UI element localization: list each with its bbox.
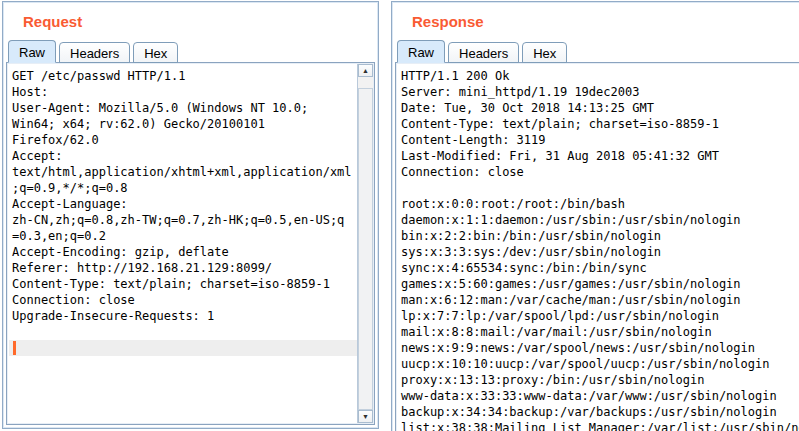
code-line: Firefox/62.0 <box>12 132 357 148</box>
response-tab-bar: Raw Headers Hex <box>397 40 799 63</box>
response-tab-headers[interactable]: Headers <box>448 42 519 63</box>
code-line: Date: Tue, 30 Oct 2018 14:13:25 GMT <box>401 100 799 116</box>
scroll-up-icon: ▲ <box>362 67 369 74</box>
code-line: HTTP/1.1 200 Ok <box>401 68 799 84</box>
code-line: Last-Modified: Fri, 31 Aug 2018 05:41:32… <box>401 148 799 164</box>
code-line: Accept: <box>12 148 357 164</box>
request-tab-bar: Raw Headers Hex <box>8 40 378 63</box>
code-line: lp:x:7:7:lp:/var/spool/lpd:/usr/sbin/nol… <box>401 308 799 324</box>
code-line: man:x:6:12:man:/var/cache/man:/usr/sbin/… <box>401 292 799 308</box>
code-line: Accept-Language: <box>12 196 357 212</box>
code-line: Upgrade-Insecure-Requests: 1 <box>12 308 357 324</box>
scroll-thumb[interactable] <box>358 88 373 410</box>
code-line: games:x:5:60:games:/usr/games:/usr/sbin/… <box>401 276 799 292</box>
code-line: Accept-Encoding: gzip, deflate <box>12 244 357 260</box>
code-line: sys:x:3:3:sys:/dev:/usr/sbin/nologin <box>401 244 799 260</box>
code-line: =0.3,en;q=0.2 <box>12 228 357 244</box>
code-line: list:x:38:38:Mailing List Manager:/var/l… <box>401 420 799 431</box>
code-line: ;q=0.9,*/*;q=0.8 <box>12 180 357 196</box>
request-tab-raw[interactable]: Raw <box>8 40 56 63</box>
request-panel: Request Raw Headers Hex GET /etc/passwd … <box>2 1 379 429</box>
scroll-track[interactable] <box>358 77 373 410</box>
code-line: sync:x:4:65534:sync:/bin:/bin/sync <box>401 260 799 276</box>
request-caret-line <box>9 340 357 356</box>
code-line: bin:x:2:2:bin:/bin:/usr/sbin/nologin <box>401 228 799 244</box>
request-tab-hex[interactable]: Hex <box>133 42 178 63</box>
code-line: text/html,application/xhtml+xml,applicat… <box>12 164 357 180</box>
scroll-down-button[interactable]: ▼ <box>358 410 373 423</box>
code-line: Connection: close <box>12 292 357 308</box>
code-line: backup:x:34:34:backup:/var/backups:/usr/… <box>401 404 799 420</box>
code-line <box>401 180 799 196</box>
request-raw-text: GET /etc/passwd HTTP/1.1Host:User-Agent:… <box>7 63 374 340</box>
code-line: Content-Type: text/plain; charset=iso-88… <box>12 276 357 292</box>
scroll-down-icon: ▼ <box>362 413 369 420</box>
code-line: User-Agent: Mozilla/5.0 (Windows NT 10.0… <box>12 100 357 116</box>
code-line: mail:x:8:8:mail:/var/mail:/usr/sbin/nolo… <box>401 324 799 340</box>
text-caret-icon <box>13 341 16 355</box>
code-line: Server: mini_httpd/1.19 19dec2003 <box>401 84 799 100</box>
response-tab-hex[interactable]: Hex <box>522 42 567 63</box>
code-line: root:x:0:0:root:/root:/bin/bash <box>401 196 799 212</box>
request-raw-editor[interactable]: GET /etc/passwd HTTP/1.1Host:User-Agent:… <box>6 62 375 425</box>
request-vertical-scrollbar[interactable]: ▲ ▼ <box>357 64 373 423</box>
code-line <box>12 324 357 340</box>
request-tab-headers[interactable]: Headers <box>59 42 130 63</box>
code-line: Content-Length: 3119 <box>401 132 799 148</box>
code-line: GET /etc/passwd HTTP/1.1 <box>12 68 357 84</box>
code-line: Referer: http://192.168.21.129:8099/ <box>12 260 357 276</box>
response-raw-text: HTTP/1.1 200 OkServer: mini_httpd/1.19 1… <box>396 63 799 431</box>
code-line: Content-Type: text/plain; charset=iso-88… <box>401 116 799 132</box>
code-line: uucp:x:10:10:uucp:/var/spool/uucp:/usr/s… <box>401 356 799 372</box>
response-tab-raw[interactable]: Raw <box>397 40 445 63</box>
code-line: Connection: close <box>401 164 799 180</box>
code-line: news:x:9:9:news:/var/spool/news:/usr/sbi… <box>401 340 799 356</box>
request-panel-title: Request <box>23 12 378 31</box>
response-raw-viewer[interactable]: HTTP/1.1 200 OkServer: mini_httpd/1.19 1… <box>395 62 799 431</box>
scroll-up-button[interactable]: ▲ <box>358 64 373 77</box>
response-panel-title: Response <box>412 12 799 31</box>
response-panel: Response Raw Headers Hex HTTP/1.1 200 Ok… <box>391 1 799 431</box>
code-line: Host: <box>12 84 357 100</box>
code-line: daemon:x:1:1:daemon:/usr/sbin:/usr/sbin/… <box>401 212 799 228</box>
code-line: proxy:x:13:13:proxy:/bin:/usr/sbin/nolog… <box>401 372 799 388</box>
code-line: zh-CN,zh;q=0.8,zh-TW;q=0.7,zh-HK;q=0.5,e… <box>12 212 357 228</box>
code-line: Win64; x64; rv:62.0) Gecko/20100101 <box>12 116 357 132</box>
code-line: www-data:x:33:33:www-data:/var/www:/usr/… <box>401 388 799 404</box>
